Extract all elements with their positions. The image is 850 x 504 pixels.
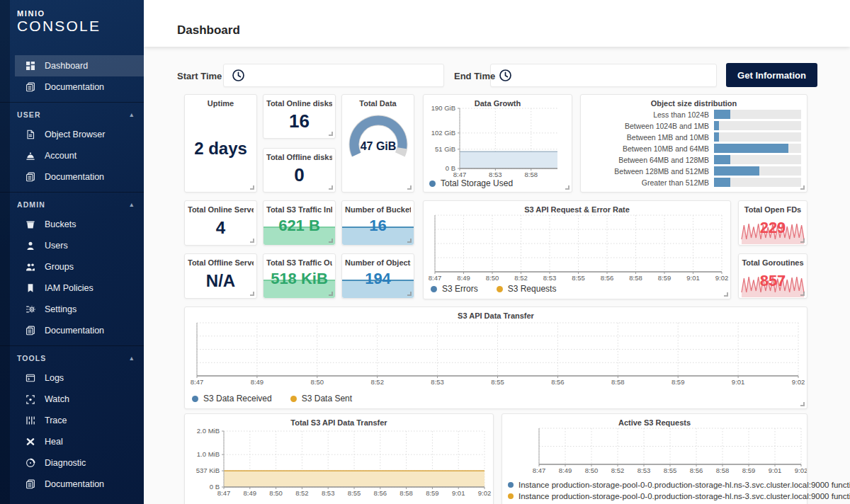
sidebar-item-iam-policies[interactable]: IAM Policies — [0, 277, 144, 299]
svg-text:8:47: 8:47 — [429, 274, 442, 282]
sidebar-item-heal[interactable]: Heal — [0, 431, 144, 452]
svg-text:51 GiB: 51 GiB — [435, 145, 455, 153]
sidebar-section-user[interactable]: USER▴ — [0, 105, 144, 124]
resize-handle-icon[interactable] — [329, 292, 333, 296]
bar-category-label: Less than 1024B — [585, 110, 714, 119]
svg-text:9:01: 9:01 — [769, 466, 782, 474]
resize-handle-icon[interactable] — [250, 239, 254, 243]
sidebar-item-label: Watch — [45, 394, 69, 404]
documentation-icon — [26, 82, 35, 92]
trace-icon — [26, 416, 35, 425]
sidebar-item-logs[interactable]: Logs — [0, 367, 144, 389]
svg-text:9:02: 9:02 — [478, 489, 492, 497]
chevron-up-icon[interactable]: ▴ — [130, 111, 134, 118]
sidebar-item-label: Users — [45, 241, 68, 251]
widget-total-open-fds: Total Open FDs 229 — [738, 200, 808, 246]
resize-handle-icon[interactable] — [250, 185, 254, 190]
resize-handle-icon[interactable] — [407, 239, 412, 243]
bar-row: Less than 1024B — [585, 110, 801, 119]
sidebar-item-label: Dashboard — [45, 61, 88, 71]
sidebar-item-groups[interactable]: Groups — [0, 256, 144, 277]
svg-text:8:52: 8:52 — [295, 489, 309, 497]
svg-text:102 GiB: 102 GiB — [431, 129, 455, 137]
resize-handle-icon[interactable] — [800, 185, 805, 190]
legend-item: S3 Data Sent — [290, 394, 352, 403]
sidebar-item-diagnostic[interactable]: Diagnostic — [0, 452, 144, 474]
chart-title: Object size distribution — [584, 99, 804, 108]
sidebar-item-buckets[interactable]: Buckets — [0, 214, 144, 235]
resize-handle-icon[interactable] — [724, 292, 728, 297]
chart-title: Active S3 Requests — [505, 418, 804, 427]
widget-total-offline-disks: Total Offline disks 0 — [263, 148, 336, 193]
legend-label: Total Storage Used — [441, 178, 513, 188]
svg-text:537 KiB: 537 KiB — [196, 466, 220, 474]
legend-dot-icon — [192, 396, 198, 402]
sidebar-item-documentation[interactable]: Documentation — [0, 76, 144, 98]
documentation-icon — [26, 326, 35, 336]
chevron-up-icon[interactable]: ▴ — [130, 201, 134, 208]
svg-text:1.0 MiB: 1.0 MiB — [197, 450, 220, 458]
widget-total-online-servers: Total Online Servers 4 — [184, 200, 257, 246]
end-time-field[interactable] — [518, 64, 716, 86]
documentation-icon — [26, 172, 35, 182]
total-data-gauge: 47 GiB — [343, 110, 414, 178]
sidebar-item-users[interactable]: Users — [0, 235, 144, 256]
s3-outbound-value: 518 KiB — [264, 270, 335, 288]
svg-text:9:02: 9:02 — [795, 466, 807, 474]
data-growth-legend: Total Storage Used — [429, 178, 513, 188]
svg-text:9:01: 9:01 — [732, 378, 745, 386]
bar-row: Greater than 512MB — [585, 178, 801, 187]
end-time-input[interactable] — [490, 64, 717, 87]
objects-count-value: 194 — [342, 270, 414, 288]
svg-text:8:56: 8:56 — [690, 466, 703, 474]
svg-text:8:58: 8:58 — [400, 489, 413, 497]
bar-value — [714, 178, 730, 187]
widget-object-size-distribution: Object size distribution Less than 1024B… — [580, 94, 808, 193]
buckets-count-value: 16 — [342, 217, 414, 235]
resize-handle-icon[interactable] — [800, 239, 805, 243]
svg-text:8:50: 8:50 — [486, 274, 499, 282]
resize-handle-icon[interactable] — [250, 292, 254, 296]
sidebar-item-label: Documentation — [45, 479, 104, 489]
resize-handle-icon[interactable] — [329, 132, 333, 136]
bar-value — [714, 121, 719, 130]
sidebar-item-documentation-user[interactable]: Documentation — [0, 166, 144, 188]
sidebar-item-label: Groups — [45, 262, 74, 272]
bar-value — [714, 155, 730, 164]
svg-text:8:53: 8:53 — [543, 274, 557, 282]
sidebar-item-dashboard[interactable]: Dashboard — [15, 55, 144, 76]
sidebar-item-watch[interactable]: Watch — [0, 389, 144, 410]
svg-text:8:55: 8:55 — [572, 274, 585, 282]
sidebar-item-object-browser[interactable]: Object Browser — [0, 124, 144, 145]
resize-handle-icon[interactable] — [329, 185, 333, 190]
resize-handle-icon[interactable] — [800, 292, 805, 296]
legend-dot-icon — [497, 286, 503, 292]
legend-dot-icon — [508, 482, 514, 488]
resize-handle-icon[interactable] — [407, 292, 412, 296]
bar-value — [714, 132, 719, 142]
resize-handle-icon[interactable] — [565, 185, 570, 190]
offline-servers-value: N/A — [185, 271, 256, 294]
resize-handle-icon[interactable] — [329, 239, 333, 243]
sidebar-item-trace[interactable]: Trace — [0, 410, 144, 431]
logo-console: CONSOLE — [17, 18, 144, 34]
sidebar-item-label: Documentation — [45, 82, 104, 92]
sidebar-item-account[interactable]: Account — [0, 145, 144, 166]
sidebar-item-label: Logs — [45, 373, 64, 383]
logo-minio: MINIO — [17, 9, 144, 18]
sidebar-item-documentation-admin[interactable]: Documentation — [0, 320, 144, 341]
sidebar-section-admin[interactable]: ADMIN▴ — [0, 195, 144, 214]
bar-category-label: Between 1MB and 10MB — [585, 133, 714, 142]
widget-title: Total S3 Traffic Outbound — [266, 258, 332, 267]
start-time-field[interactable] — [251, 64, 443, 86]
sidebar-section-tools[interactable]: TOOLS▴ — [0, 349, 144, 367]
sidebar-item-settings[interactable]: Settings — [0, 299, 144, 320]
resize-handle-icon[interactable] — [800, 402, 805, 406]
start-time-input[interactable] — [223, 64, 444, 87]
get-information-button[interactable]: Get Information — [726, 63, 817, 87]
resize-handle-icon[interactable] — [407, 185, 412, 190]
chevron-up-icon[interactable]: ▴ — [130, 355, 134, 362]
sidebar-item-label: Account — [45, 151, 76, 161]
sidebar-item-documentation-tools[interactable]: Documentation — [0, 474, 144, 495]
active-requests-legend: Instance production-storage-pool-0-0.pro… — [508, 481, 850, 504]
